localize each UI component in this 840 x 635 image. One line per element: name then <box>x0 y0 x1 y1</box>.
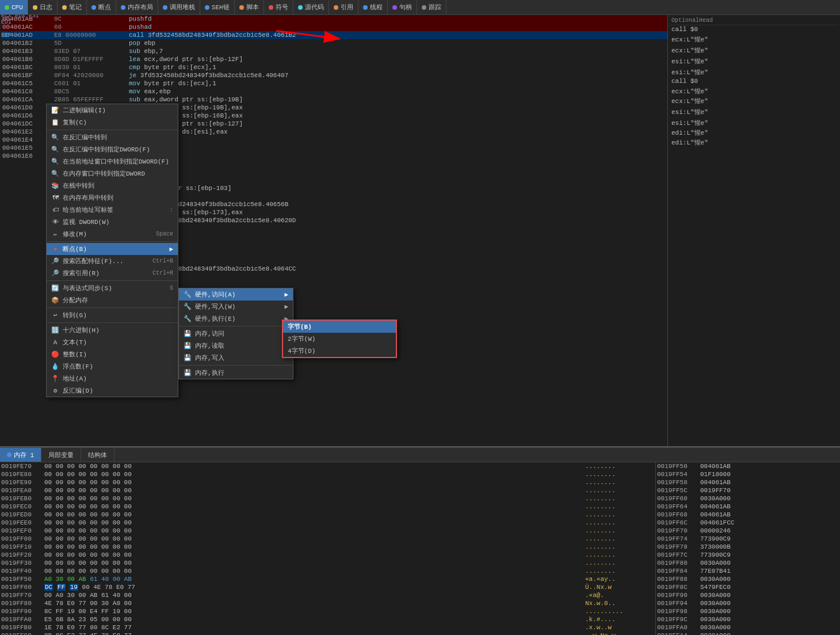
stack-line[interactable]: 0019FF6C004061FCC <box>656 519 840 527</box>
cm-text[interactable]: A 文本(T) <box>47 336 178 348</box>
cm-hex[interactable]: 🔢 十六进制(H) <box>47 324 178 336</box>
cm-disasm[interactable]: ⚙ 反汇编(D) <box>47 385 178 397</box>
toolbar-ref[interactable]: 引用 <box>329 0 358 14</box>
cm-int[interactable]: 🔴 整数(I) <box>47 348 178 360</box>
toolbar-script[interactable]: 脚本 <box>235 0 264 14</box>
stack-line[interactable]: 0019FF8477E07B41 <box>656 567 840 575</box>
cm-alloc-mem[interactable]: 📦 分配内存 <box>47 294 178 306</box>
stack-line[interactable]: 0019FF8CS479FEC0 <box>656 583 840 591</box>
cm-watch-dword[interactable]: 👁 监视 DWORD(W) <box>47 216 178 228</box>
mem-line[interactable]: 0019FF908C FF 19 00 E4 FF 19 00.........… <box>0 607 655 615</box>
stack-line[interactable]: 0019FF940030A000 <box>656 599 840 607</box>
bp-sub-hw-write[interactable]: 🔧 硬件,写入(W) ▶ <box>179 301 293 313</box>
mem-line[interactable]: 0019FF4000 00 00 00 00 00 00 00........ <box>0 567 655 575</box>
stack-line[interactable]: 0019FF900030A000 <box>656 591 840 599</box>
cm-binary-edit[interactable]: 📝 二进制编辑(I) <box>47 104 178 116</box>
mem-line[interactable]: 0019FEB000 00 00 00 00 00 00 00........ <box>0 495 655 503</box>
tab-locals[interactable]: 局部变量 <box>41 448 81 462</box>
stack-line[interactable]: 0019FFA40030A000 <box>656 632 840 635</box>
cm-search-ref[interactable]: 🔎 搜索引用(R) Ctrl+R <box>47 267 178 279</box>
disasm-line[interactable]: 004061BC8039 01cmp byte ptr ds:[ecx],1 <box>1 63 667 71</box>
stack-line[interactable]: 0019FF50004061AB <box>656 462 840 470</box>
cm-goto-disasm-dword[interactable]: 🔍 在反汇编中转到指定DWORD(F) <box>47 143 178 155</box>
mem-line[interactable]: 0019FF804E 78 E0 77 00 30 A0 00Nx.w.0.. <box>0 599 655 607</box>
cm-sync-expr[interactable]: 🔄 与表达式同步(S) S <box>47 282 178 294</box>
mem-line[interactable]: 0019FE9000 00 00 00 00 00 00 00........ <box>0 478 655 486</box>
mem-line[interactable]: 0019FE7000 00 00 00 00 00 00 00........ <box>0 462 655 470</box>
stack-line[interactable]: 0019FF5401F18000 <box>656 470 840 478</box>
mem-line[interactable]: 0019FED000 00 00 00 00 00 00 00........ <box>0 511 655 519</box>
stack-panel[interactable]: 0019FF50004061AB0019FF5401F180000019FF58… <box>656 462 840 635</box>
disasm-line[interactable]: 004061C5C601 01mov byte ptr ds:[ecx],1 <box>1 79 667 88</box>
cm-goto-disasm[interactable]: 🔍 在反汇编中转到 <box>47 131 178 143</box>
disasm-line[interactable]: 004061AB9Cpushfd <box>1 15 667 23</box>
toolbar-trace[interactable]: 跟踪 <box>417 0 446 14</box>
hw-byte[interactable]: 字节(B) <box>283 321 396 333</box>
toolbar-bp[interactable]: 断点 <box>87 0 116 14</box>
stack-line[interactable]: 0019FF600030A000 <box>656 495 840 503</box>
toolbar-callstack[interactable]: 调用堆栈 <box>158 0 200 14</box>
bp-sub-mem-exec[interactable]: 💾 内存,执行 <box>179 367 293 379</box>
cm-goto-stack[interactable]: 📚 在栈中转到 <box>47 180 178 192</box>
mem-line[interactable]: 0019FEF000 00 00 00 00 00 00 00........ <box>0 527 655 535</box>
cm-goto-mem-layout[interactable]: 🗺 在内存布局中转到 <box>47 192 178 204</box>
stack-line[interactable]: 0019FF74773900C9 <box>656 535 840 543</box>
disasm-line[interactable]: 004061B25Dpop ebp <box>1 39 667 47</box>
mem-line[interactable]: 0019FF1000 00 00 00 00 00 00 00........ <box>0 543 655 551</box>
disasm-line[interactable]: 004061AC60pushad <box>1 23 667 31</box>
toolbar-cpu[interactable]: CPU <box>0 0 28 14</box>
stack-line[interactable]: 0019FF64004061AB <box>656 503 840 511</box>
toolbar-log[interactable]: 日志 <box>28 0 58 14</box>
toolbar-memory-layout[interactable]: 内存布局 <box>116 0 158 14</box>
disasm-line[interactable]: 004061B68D8D D1FEFFFFlea ecx,dword ptr s… <box>1 55 667 63</box>
toolbar-symbol[interactable]: 符号 <box>264 0 293 14</box>
stack-line[interactable]: 0019FF980030A000 <box>656 607 840 615</box>
memory-panel[interactable]: 0019FE7000 00 00 00 00 00 00 00........0… <box>0 462 656 635</box>
disasm-line[interactable]: 004061CA2B85 65FEFFFFsub eax,dword ptr s… <box>1 96 667 104</box>
stack-line[interactable]: 0019FFA00030A000 <box>656 623 840 632</box>
tab-memory1[interactable]: 内存 1 <box>0 448 41 462</box>
toolbar-seh[interactable]: SEH链 <box>200 0 235 14</box>
toolbar-source[interactable]: 源代码 <box>293 0 329 14</box>
stack-line[interactable]: 0019FF783730000B <box>656 543 840 551</box>
mem-line[interactable]: 0019FFC08D 8C E2 77 4E 78 E0 77..w.Nx.w <box>0 632 655 635</box>
cm-goto-mem-dword[interactable]: 🔍 在内存窗口中转到指定DWORD <box>47 168 178 180</box>
mem-line[interactable]: 0019FF50A0 30 00 AB 61 40 00 AB«a.«ay.. <box>0 575 655 583</box>
mem-line[interactable]: 0019FFB01E 78 E0 77 80 8C E2 77.x.w..w <box>0 623 655 632</box>
cm-modify[interactable]: ✏ 修改(M) Space <box>47 228 178 240</box>
stack-line[interactable]: 0019FF800030A000 <box>656 559 840 567</box>
mem-line[interactable]: 0019FFA0E5 6B 8A 23 05 00 00 00.k.#.... <box>0 615 655 623</box>
cm-goto[interactable]: ↩ 转到(G) <box>47 309 178 321</box>
cm-goto-curwin-dword[interactable]: 🔍 在当前地址窗口中转到指定DWORD(F) <box>47 155 178 168</box>
stack-line[interactable]: 0019FF58004061AB <box>656 478 840 486</box>
hw-dword[interactable]: 4字节(D) <box>283 345 396 357</box>
cm-float[interactable]: 💧 浮点数(F) <box>47 360 178 372</box>
bp-sub-hw-exec[interactable]: 🔧 硬件,执行(E) ▶ <box>179 313 293 325</box>
disasm-line[interactable]: 004061B383ED 07sub ebp,7 <box>1 47 667 55</box>
stack-line[interactable]: 0019FF7C773900C9 <box>656 551 840 559</box>
bp-sub-hw-access[interactable]: 🔧 硬件,访问(A) ▶ <box>179 288 293 301</box>
tab-struct[interactable]: 结构体 <box>81 448 114 462</box>
mem-line[interactable]: 0019FEC000 00 00 00 00 00 00 00........ <box>0 503 655 511</box>
cm-breakpoint[interactable]: ● 断点(B) ▶ <box>47 243 178 255</box>
mem-line[interactable]: 0019FF0000 00 00 00 00 00 00 00........ <box>0 535 655 543</box>
mem-line[interactable]: 0019FEA000 00 00 00 00 00 00 00........ <box>0 486 655 495</box>
stack-line[interactable]: 0019FF9C0030A000 <box>656 615 840 623</box>
disasm-line[interactable]: 004061BF0F84 42020000je 3fd532458bd24834… <box>1 71 667 79</box>
toolbar-notes[interactable]: 笔记 <box>58 0 87 14</box>
bp-sub-mem-access[interactable]: 💾 内存,访问 <box>179 328 293 340</box>
bp-sub-mem-write[interactable]: 💾 内存,写入 <box>179 352 293 364</box>
hw-word[interactable]: 2字节(W) <box>283 333 396 345</box>
stack-line[interactable]: 0019FF880030A000 <box>656 575 840 583</box>
stack-line[interactable]: 0019FF7000000246 <box>656 527 840 535</box>
stack-line[interactable]: 0019FF5C0019FF70 <box>656 486 840 495</box>
toolbar-thread[interactable]: 线程 <box>358 0 388 14</box>
mem-line[interactable]: 0019FF7000 A0 30 00 AB 61 40 00.«a@. <box>0 591 655 599</box>
cm-copy[interactable]: 📋 复制(C) <box>47 116 178 128</box>
mem-line[interactable]: 0019FF2000 00 00 00 00 00 00 00........ <box>0 551 655 559</box>
cm-search-pattern[interactable]: 🔎 搜索匹配特征(F)... Ctrl+B <box>47 255 178 267</box>
stack-line[interactable]: 0019FF68004061AB <box>656 511 840 519</box>
mem-line[interactable]: 0019FEE000 00 00 00 00 00 00 00........ <box>0 519 655 527</box>
disasm-line[interactable]: 004061C88BC5mov eax,ebp <box>1 88 667 96</box>
cm-write-label[interactable]: 🏷 给当前地址写标签 : <box>47 204 178 216</box>
